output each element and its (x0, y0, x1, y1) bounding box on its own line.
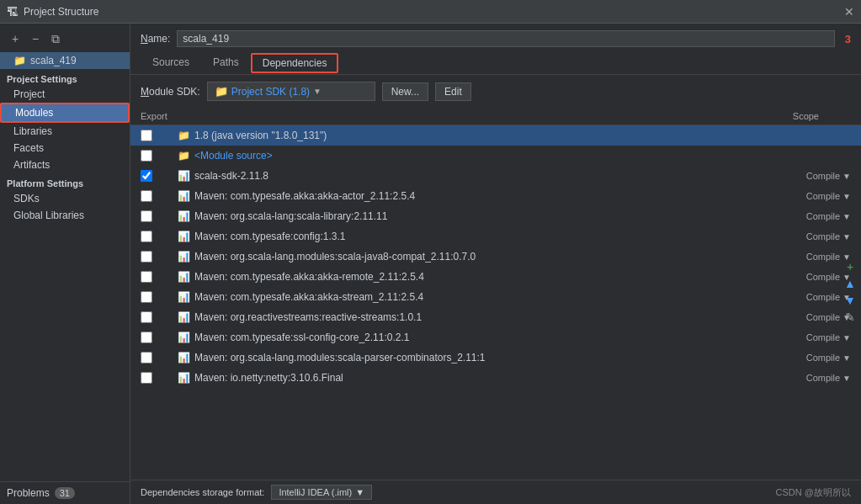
dep-row-10[interactable]: 📊 Maven: com.typesafe:ssl-config-core_2.… (130, 327, 861, 347)
dep-scope-arrow-5[interactable]: ▼ (842, 232, 851, 241)
bottom-bar: Dependencies storage format: IntelliJ ID… (130, 480, 861, 504)
module-name: scala_419 (30, 55, 77, 66)
dep-name-module-source: <Module source> (194, 150, 781, 162)
sdk-select[interactable]: 📁 Project SDK (1.8) ▼ (207, 82, 375, 101)
sidebar-toolbar: + − ⧉ (0, 27, 130, 52)
new-sdk-button[interactable]: New... (382, 82, 428, 101)
dep-row-7[interactable]: 📊 Maven: com.typesafe.akka:akka-remote_2… (130, 267, 861, 287)
content-area: Name: 3 Sources Paths Dependencies Modul… (130, 24, 861, 504)
move-up-button[interactable]: ▲ (842, 276, 858, 291)
sidebar-item-modules[interactable]: Modules 2 (0, 103, 130, 123)
dep-scope-5: Compile (773, 231, 840, 241)
dep-scope-12: Compile (773, 373, 840, 383)
storage-dropdown-icon: ▼ (355, 487, 364, 497)
sidebar-item-facets[interactable]: Facets (0, 140, 130, 157)
dep-row-6[interactable]: 📊 Maven: org.scala-lang.modules:scala-ja… (130, 247, 861, 267)
dep-row-3[interactable]: 📊 Maven: com.typesafe.akka:akka-actor_2.… (130, 186, 861, 206)
dep-maven-icon-scala-sdk: 📊 (178, 170, 190, 182)
tab-paths[interactable]: Paths (201, 52, 251, 74)
add-dep-button[interactable]: + (842, 259, 858, 274)
dep-scope-arrow-4[interactable]: ▼ (842, 212, 851, 221)
remove-button[interactable]: − (27, 30, 44, 47)
dep-scope-arrow-12[interactable]: ▼ (842, 374, 851, 383)
dep-row-5[interactable]: 📊 Maven: com.typesafe:config:1.3.1 Compi… (130, 226, 861, 247)
deps-table-header: Export Scope (130, 108, 861, 125)
dep-checkbox-module-source[interactable] (141, 150, 152, 162)
dep-checkbox-8[interactable] (141, 291, 152, 303)
move-down-button[interactable]: ▼ (842, 293, 858, 308)
tab-dependencies[interactable]: Dependencies (251, 53, 339, 73)
step-badge-3: 3 (845, 33, 851, 45)
dep-row-11[interactable]: 📊 Maven: org.scala-lang.modules:scala-pa… (130, 347, 861, 368)
name-row: Name: 3 (130, 24, 861, 52)
sidebar-item-project[interactable]: Project (0, 86, 130, 103)
sdk-value: Project SDK (1.8) (231, 86, 310, 98)
deps-scroll-area[interactable]: 📁 1.8 (java version "1.8.0_131") 📁 <Modu… (130, 125, 861, 480)
problems-section[interactable]: Problems 31 (0, 481, 130, 504)
dep-scope-3: Compile (773, 191, 840, 201)
dep-scope-9: Compile (773, 312, 840, 322)
dep-row-jdk[interactable]: 📁 1.8 (java version "1.8.0_131") (130, 125, 861, 146)
dep-checkbox-12[interactable] (141, 372, 152, 384)
dep-scope-arrow-11[interactable]: ▼ (842, 353, 851, 363)
dep-name-9: Maven: org.reactivestreams:reactive-stre… (194, 311, 773, 323)
dep-checkbox-3[interactable] (141, 190, 152, 202)
dep-row-4[interactable]: 📊 Maven: org.scala-lang:scala-library:2.… (130, 206, 861, 226)
sidebar-item-global-libraries[interactable]: Global Libraries (0, 207, 130, 224)
dep-row-8[interactable]: 📊 Maven: com.typesafe.akka:akka-stream_2… (130, 287, 861, 307)
scope-header: Scope (760, 111, 836, 121)
name-input[interactable] (177, 30, 834, 47)
dep-name-10: Maven: com.typesafe:ssl-config-core_2.11… (194, 332, 773, 343)
dep-checkbox-11[interactable] (141, 352, 152, 363)
dep-scope-4: Compile (773, 211, 840, 221)
export-header: Export (141, 111, 191, 121)
deps-table: 📁 1.8 (java version "1.8.0_131") 📁 <Modu… (130, 125, 861, 480)
dep-scope-arrow-10[interactable]: ▼ (842, 333, 851, 342)
dep-maven-icon-12: 📊 (178, 372, 190, 384)
dep-scope-arrow-scala-sdk[interactable]: ▼ (842, 172, 851, 181)
window-title: Project Structure (24, 6, 98, 18)
dep-scope-11: Compile (773, 353, 840, 363)
module-tree-item[interactable]: 📁 scala_419 (0, 52, 130, 69)
sidebar-item-artifacts[interactable]: Artifacts (0, 157, 130, 173)
dep-row-9[interactable]: 📊 Maven: org.reactivestreams:reactive-st… (130, 307, 861, 327)
dep-row-12[interactable]: 📊 Maven: io.netty:netty:3.10.6.Final Com… (130, 368, 861, 388)
close-button[interactable]: ✕ (844, 5, 854, 19)
dep-checkbox-9[interactable] (141, 311, 152, 323)
name-label: Name: (141, 33, 170, 45)
dep-checkbox-4[interactable] (141, 210, 152, 222)
dep-name-11: Maven: org.scala-lang.modules:scala-pars… (194, 352, 773, 363)
sdk-label: Module SDK: (141, 86, 200, 98)
platform-settings-header: Platform Settings (0, 173, 130, 190)
dep-name-5: Maven: com.typesafe:config:1.3.1 (194, 231, 773, 242)
dep-checkbox-6[interactable] (141, 251, 152, 263)
dep-maven-icon-8: 📊 (178, 291, 190, 303)
copy-button[interactable]: ⧉ (47, 30, 64, 47)
title-bar: 🏗 Project Structure ✕ (0, 0, 861, 24)
edit-sdk-button[interactable]: Edit (435, 82, 471, 101)
module-folder-icon: 📁 (13, 55, 26, 66)
add-button[interactable]: + (7, 30, 24, 47)
dep-name-scala-sdk: scala-sdk-2.11.8 (194, 170, 773, 182)
dep-checkbox-scala-sdk[interactable] (141, 170, 152, 182)
dep-scope-8: Compile (773, 292, 840, 302)
dep-checkbox-10[interactable] (141, 332, 152, 343)
tab-sources[interactable]: Sources (141, 52, 201, 74)
dep-folder-icon: 📁 (178, 130, 190, 141)
dep-maven-icon-10: 📊 (178, 332, 190, 343)
dep-row-scala-sdk[interactable]: 📊 scala-sdk-2.11.8 Compile ▼ (130, 166, 861, 186)
dep-checkbox-5[interactable] (141, 231, 152, 242)
dep-scope-arrow-3[interactable]: ▼ (842, 192, 851, 201)
dep-row-module-source[interactable]: 📁 <Module source> (130, 146, 861, 166)
dep-checkbox-7[interactable] (141, 271, 152, 283)
edit-dep-button[interactable]: ✎ (842, 310, 858, 325)
dep-checkbox-jdk[interactable] (141, 130, 152, 141)
brand-label: CSDN @故明所以 (776, 486, 851, 499)
dep-name-4: Maven: org.scala-lang:scala-library:2.11… (194, 210, 773, 222)
storage-format-select[interactable]: IntelliJ IDEA (.iml) ▼ (271, 485, 372, 500)
dep-maven-icon-6: 📊 (178, 251, 190, 263)
sidebar-item-sdks[interactable]: SDKs (0, 190, 130, 207)
sidebar-item-libraries[interactable]: Libraries (0, 123, 130, 140)
project-settings-header: Project Settings (0, 69, 130, 86)
sdk-row: Module SDK: 📁 Project SDK (1.8) ▼ New...… (130, 75, 861, 108)
